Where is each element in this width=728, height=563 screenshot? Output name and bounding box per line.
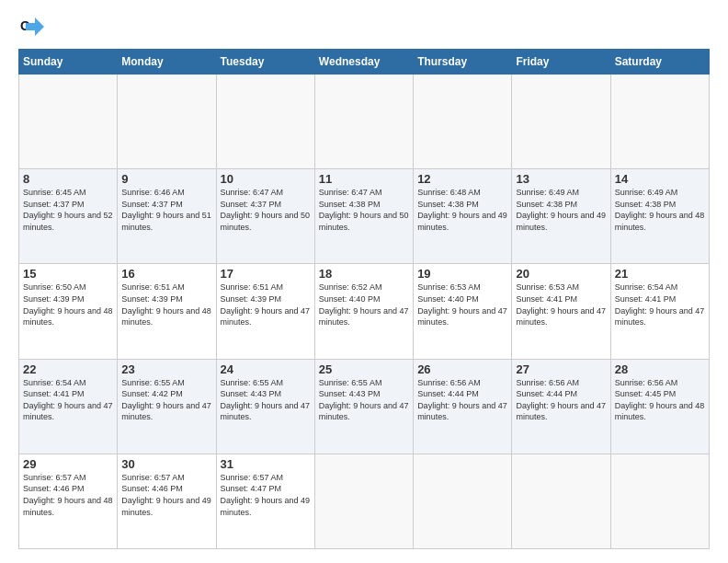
calendar-cell: 21 Sunrise: 6:54 AM Sunset: 4:41 PM Dayl… bbox=[610, 264, 709, 359]
calendar-cell: 11 Sunrise: 6:47 AM Sunset: 4:38 PM Dayl… bbox=[314, 169, 413, 264]
day-info: Sunrise: 6:56 AM Sunset: 4:44 PM Dayligh… bbox=[417, 377, 507, 423]
sunrise: Sunrise: 6:56 AM bbox=[516, 378, 579, 387]
logo: G bbox=[18, 14, 48, 40]
sunset: Sunset: 4:41 PM bbox=[615, 294, 677, 304]
calendar-week-5: 29 Sunrise: 6:57 AM Sunset: 4:46 PM Dayl… bbox=[19, 454, 710, 548]
day-number: 24 bbox=[221, 362, 311, 376]
calendar-cell bbox=[118, 75, 216, 169]
calendar-cell: 27 Sunrise: 6:56 AM Sunset: 4:44 PM Dayl… bbox=[512, 359, 610, 454]
day-info: Sunrise: 6:51 AM Sunset: 4:39 PM Dayligh… bbox=[221, 282, 311, 327]
sunrise: Sunrise: 6:49 AM bbox=[615, 188, 678, 197]
calendar-cell: 15 Sunrise: 6:50 AM Sunset: 4:39 PM Dayl… bbox=[19, 264, 118, 359]
sunset: Sunset: 4:39 PM bbox=[221, 294, 282, 304]
daylight: Daylight: 9 hours and 47 minutes. bbox=[417, 401, 507, 422]
calendar-cell: 25 Sunrise: 6:55 AM Sunset: 4:43 PM Dayl… bbox=[314, 359, 413, 454]
sunrise: Sunrise: 6:55 AM bbox=[221, 378, 284, 387]
day-info: Sunrise: 6:46 AM Sunset: 4:37 PM Dayligh… bbox=[121, 187, 211, 233]
day-number: 23 bbox=[121, 362, 211, 376]
day-header-saturday: Saturday bbox=[610, 50, 709, 75]
day-info: Sunrise: 6:55 AM Sunset: 4:42 PM Dayligh… bbox=[121, 377, 211, 423]
calendar-week-3: 15 Sunrise: 6:50 AM Sunset: 4:39 PM Dayl… bbox=[19, 264, 710, 359]
day-number: 20 bbox=[516, 267, 606, 281]
daylight: Daylight: 9 hours and 49 minutes. bbox=[221, 496, 311, 517]
calendar-cell: 23 Sunrise: 6:55 AM Sunset: 4:42 PM Dayl… bbox=[118, 359, 216, 454]
day-info: Sunrise: 6:55 AM Sunset: 4:43 PM Dayligh… bbox=[221, 377, 311, 423]
calendar-cell bbox=[19, 75, 118, 169]
day-info: Sunrise: 6:57 AM Sunset: 4:46 PM Dayligh… bbox=[121, 472, 211, 518]
daylight: Daylight: 9 hours and 48 minutes. bbox=[23, 496, 113, 517]
day-number: 21 bbox=[615, 267, 705, 281]
daylight: Daylight: 9 hours and 49 minutes. bbox=[516, 211, 606, 232]
day-info: Sunrise: 6:56 AM Sunset: 4:45 PM Dayligh… bbox=[615, 377, 705, 423]
calendar-cell: 28 Sunrise: 6:56 AM Sunset: 4:45 PM Dayl… bbox=[610, 359, 709, 454]
calendar-cell: 12 Sunrise: 6:48 AM Sunset: 4:38 PM Dayl… bbox=[414, 169, 512, 264]
day-info: Sunrise: 6:53 AM Sunset: 4:40 PM Dayligh… bbox=[417, 282, 507, 327]
daylight: Daylight: 9 hours and 47 minutes. bbox=[615, 306, 705, 327]
daylight: Daylight: 9 hours and 47 minutes. bbox=[319, 401, 409, 422]
sunset: Sunset: 4:39 PM bbox=[23, 294, 85, 304]
day-number: 12 bbox=[417, 172, 507, 186]
calendar-cell: 22 Sunrise: 6:54 AM Sunset: 4:41 PM Dayl… bbox=[19, 359, 118, 454]
day-number: 18 bbox=[319, 267, 409, 281]
day-number: 19 bbox=[417, 267, 507, 281]
calendar-cell: 8 Sunrise: 6:45 AM Sunset: 4:37 PM Dayli… bbox=[19, 169, 118, 264]
day-number: 15 bbox=[23, 267, 113, 281]
daylight: Daylight: 9 hours and 47 minutes. bbox=[221, 306, 311, 327]
day-number: 13 bbox=[516, 172, 606, 186]
calendar-header-row: SundayMondayTuesdayWednesdayThursdayFrid… bbox=[19, 50, 710, 75]
sunrise: Sunrise: 6:57 AM bbox=[221, 473, 284, 482]
day-number: 25 bbox=[319, 362, 409, 376]
day-header-thursday: Thursday bbox=[414, 50, 512, 75]
sunrise: Sunrise: 6:45 AM bbox=[23, 188, 86, 197]
daylight: Daylight: 9 hours and 50 minutes. bbox=[221, 211, 311, 232]
day-number: 8 bbox=[23, 172, 113, 186]
daylight: Daylight: 9 hours and 47 minutes. bbox=[516, 401, 606, 422]
daylight: Daylight: 9 hours and 48 minutes. bbox=[121, 306, 211, 327]
day-info: Sunrise: 6:47 AM Sunset: 4:37 PM Dayligh… bbox=[221, 187, 311, 233]
day-info: Sunrise: 6:53 AM Sunset: 4:41 PM Dayligh… bbox=[516, 282, 606, 327]
day-info: Sunrise: 6:49 AM Sunset: 4:38 PM Dayligh… bbox=[615, 187, 705, 233]
day-number: 9 bbox=[121, 172, 211, 186]
calendar-cell: 31 Sunrise: 6:57 AM Sunset: 4:47 PM Dayl… bbox=[216, 454, 314, 548]
sunset: Sunset: 4:42 PM bbox=[121, 389, 183, 398]
daylight: Daylight: 9 hours and 47 minutes. bbox=[319, 306, 409, 327]
sunset: Sunset: 4:45 PM bbox=[615, 389, 677, 398]
sunset: Sunset: 4:46 PM bbox=[121, 484, 183, 493]
sunset: Sunset: 4:37 PM bbox=[221, 200, 282, 209]
sunrise: Sunrise: 6:53 AM bbox=[516, 282, 579, 292]
daylight: Daylight: 9 hours and 49 minutes. bbox=[417, 211, 507, 232]
day-header-monday: Monday bbox=[118, 50, 216, 75]
day-info: Sunrise: 6:48 AM Sunset: 4:38 PM Dayligh… bbox=[417, 187, 507, 233]
calendar-cell: 14 Sunrise: 6:49 AM Sunset: 4:38 PM Dayl… bbox=[610, 169, 709, 264]
sunrise: Sunrise: 6:57 AM bbox=[23, 473, 86, 482]
daylight: Daylight: 9 hours and 47 minutes. bbox=[23, 401, 113, 422]
calendar-cell: 16 Sunrise: 6:51 AM Sunset: 4:39 PM Dayl… bbox=[118, 264, 216, 359]
daylight: Daylight: 9 hours and 47 minutes. bbox=[121, 401, 211, 422]
sunrise: Sunrise: 6:47 AM bbox=[319, 188, 382, 197]
day-info: Sunrise: 6:50 AM Sunset: 4:39 PM Dayligh… bbox=[23, 282, 113, 327]
daylight: Daylight: 9 hours and 48 minutes. bbox=[23, 306, 113, 327]
sunrise: Sunrise: 6:56 AM bbox=[615, 378, 678, 387]
calendar-cell: 24 Sunrise: 6:55 AM Sunset: 4:43 PM Dayl… bbox=[216, 359, 314, 454]
day-number: 10 bbox=[221, 172, 311, 186]
calendar-cell bbox=[610, 75, 709, 169]
day-info: Sunrise: 6:47 AM Sunset: 4:38 PM Dayligh… bbox=[319, 187, 409, 233]
day-info: Sunrise: 6:49 AM Sunset: 4:38 PM Dayligh… bbox=[516, 187, 606, 233]
sunset: Sunset: 4:38 PM bbox=[417, 200, 479, 209]
day-header-tuesday: Tuesday bbox=[216, 50, 314, 75]
day-number: 27 bbox=[516, 362, 606, 376]
calendar-cell: 18 Sunrise: 6:52 AM Sunset: 4:40 PM Dayl… bbox=[314, 264, 413, 359]
calendar-table: SundayMondayTuesdayWednesdayThursdayFrid… bbox=[18, 49, 710, 549]
calendar-cell bbox=[610, 454, 709, 548]
calendar-cell bbox=[216, 75, 314, 169]
daylight: Daylight: 9 hours and 51 minutes. bbox=[121, 211, 211, 232]
day-info: Sunrise: 6:57 AM Sunset: 4:46 PM Dayligh… bbox=[23, 472, 113, 518]
calendar-cell bbox=[314, 75, 413, 169]
calendar-week-1 bbox=[19, 75, 710, 169]
sunrise: Sunrise: 6:51 AM bbox=[221, 282, 284, 292]
sunset: Sunset: 4:40 PM bbox=[417, 294, 479, 304]
sunset: Sunset: 4:47 PM bbox=[221, 484, 282, 493]
calendar-cell: 30 Sunrise: 6:57 AM Sunset: 4:46 PM Dayl… bbox=[118, 454, 216, 548]
sunset: Sunset: 4:46 PM bbox=[23, 484, 85, 493]
sunset: Sunset: 4:43 PM bbox=[221, 389, 282, 398]
